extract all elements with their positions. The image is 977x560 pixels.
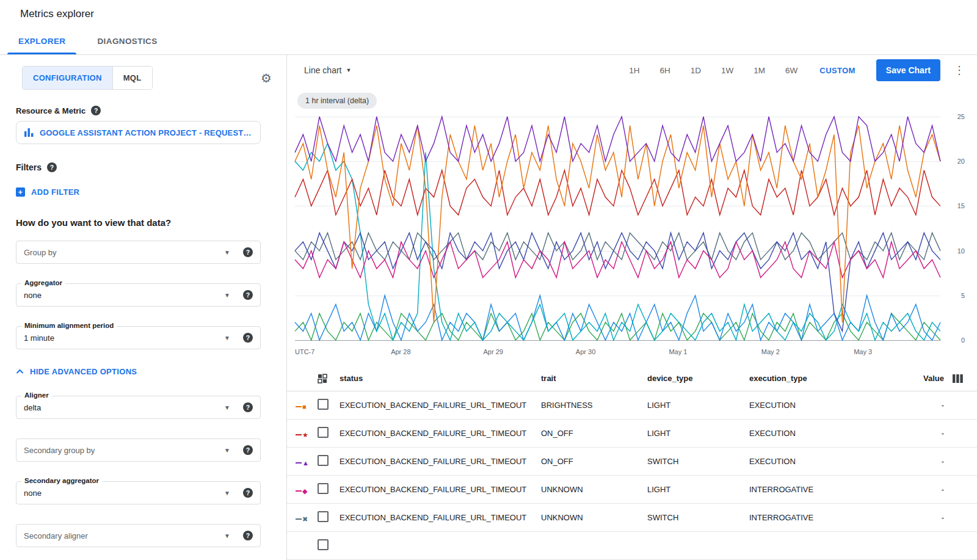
- row-execution-type: INTERROGATIVE: [749, 513, 901, 522]
- hide-advanced-options-toggle[interactable]: HIDE ADVANCED OPTIONS: [16, 367, 271, 376]
- row-value: -: [901, 401, 945, 410]
- help-icon[interactable]: ?: [243, 247, 253, 257]
- chevron-up-icon: [16, 369, 24, 374]
- help-icon[interactable]: ?: [243, 445, 253, 455]
- help-icon[interactable]: ?: [243, 333, 253, 343]
- add-filter-button[interactable]: + ADD FILTER: [16, 187, 271, 197]
- row-device-type: LIGHT: [647, 429, 749, 438]
- chevron-down-icon: ▼: [224, 249, 230, 256]
- row-device-type: SWITCH: [647, 513, 749, 522]
- mql-mode-button[interactable]: MQL: [112, 67, 152, 89]
- row-device-type: LIGHT: [647, 485, 749, 494]
- y-axis-labels: 0510152025: [946, 117, 965, 340]
- series-table: status trait device_type execution_type …: [287, 366, 977, 560]
- chevron-down-icon: ▼: [224, 447, 230, 454]
- table-row-partial: [287, 532, 977, 560]
- time-range-1m[interactable]: 1M: [754, 66, 765, 75]
- help-icon[interactable]: ?: [243, 531, 253, 540]
- row-checkbox[interactable]: [318, 511, 329, 522]
- row-execution-type: EXECUTION: [749, 429, 901, 438]
- row-execution-type: INTERROGATIVE: [749, 485, 901, 494]
- table-row: ■ EXECUTION_BACKEND_FAILURE_URL_TIMEOUT …: [287, 391, 977, 420]
- table-row: ✖ EXECUTION_BACKEND_FAILURE_URL_TIMEOUT …: [287, 504, 977, 532]
- aligner-select[interactable]: delta ▼ ?: [16, 396, 261, 419]
- header-execution-type: execution_type: [749, 374, 901, 383]
- row-trait: ON_OFF: [541, 457, 647, 466]
- settings-gear-icon[interactable]: ⚙: [261, 71, 272, 85]
- tab-diagnostics[interactable]: DIAGNOSTICS: [81, 28, 173, 54]
- time-range-6h[interactable]: 6H: [660, 66, 670, 75]
- main-tabs: EXPLORER DIAGNOSTICS: [0, 28, 977, 55]
- table-row: ▲ EXECUTION_BACKEND_FAILURE_URL_TIMEOUT …: [287, 448, 977, 476]
- secondary-group-by-field: Secondary group by ▼ ?: [16, 438, 271, 462]
- table-row: ◆ EXECUTION_BACKEND_FAILURE_URL_TIMEOUT …: [287, 476, 977, 504]
- table-header: status trait device_type execution_type …: [287, 366, 977, 391]
- row-status: EXECUTION_BACKEND_FAILURE_URL_TIMEOUT: [340, 513, 541, 522]
- series-marker-square-icon: ■: [296, 404, 307, 410]
- row-value: -: [901, 457, 945, 466]
- header-status: status: [340, 374, 541, 383]
- chart-series-lines: [295, 117, 940, 340]
- row-status: EXECUTION_BACKEND_FAILURE_URL_TIMEOUT: [340, 457, 541, 466]
- chevron-down-icon: ▼: [224, 533, 230, 539]
- row-status: EXECUTION_BACKEND_FAILURE_URL_TIMEOUT: [340, 401, 541, 410]
- row-checkbox[interactable]: [318, 427, 329, 438]
- secondary-group-by-select[interactable]: Secondary group by ▼ ?: [16, 438, 261, 462]
- row-trait: BRIGHTNESS: [541, 401, 647, 410]
- configuration-mode-button[interactable]: CONFIGURATION: [23, 67, 112, 89]
- row-trait: ON_OFF: [541, 429, 647, 438]
- row-checkbox[interactable]: [318, 483, 329, 494]
- x-axis-labels: UTC-7Apr 28Apr 29Apr 30May 1May 2May 3: [295, 344, 940, 356]
- row-trait: UNKNOWN: [541, 485, 647, 494]
- chart-type-select[interactable]: Line chart ▼: [304, 65, 351, 75]
- filters-label: Filters: [16, 162, 42, 172]
- help-icon[interactable]: ?: [243, 402, 253, 412]
- row-value: -: [901, 485, 945, 494]
- row-checkbox[interactable]: [318, 399, 329, 410]
- help-icon[interactable]: ?: [91, 106, 101, 115]
- header-device-type: device_type: [647, 374, 749, 383]
- help-icon[interactable]: ?: [47, 162, 57, 172]
- row-status: EXECUTION_BACKEND_FAILURE_URL_TIMEOUT: [340, 485, 541, 494]
- time-range-6w[interactable]: 6W: [785, 66, 797, 75]
- chart-panel: Line chart ▼ 1H 6H 1D 1W 1M 6W CUSTOM Sa…: [287, 55, 977, 560]
- add-icon: +: [16, 187, 25, 197]
- row-device-type: SWITCH: [647, 457, 749, 466]
- row-execution-type: EXECUTION: [749, 457, 901, 466]
- time-range-1h[interactable]: 1H: [629, 66, 639, 75]
- group-by-field: Group by ▼ ?: [16, 241, 271, 264]
- row-checkbox[interactable]: [318, 455, 329, 466]
- column-options-icon[interactable]: [945, 374, 977, 383]
- selected-metric-button[interactable]: GOOGLE ASSISTANT ACTION PROJECT - REQUES…: [16, 121, 261, 144]
- chevron-down-icon: ▼: [224, 404, 230, 411]
- header-trait: trait: [541, 374, 647, 383]
- row-device-type: LIGHT: [647, 401, 749, 410]
- secondary-aligner-field: Secondary aligner ▼ ?: [16, 524, 271, 547]
- more-options-icon[interactable]: ⋮: [951, 64, 967, 77]
- table-row: ★ EXECUTION_BACKEND_FAILURE_URL_TIMEOUT …: [287, 420, 977, 448]
- save-chart-button[interactable]: Save Chart: [876, 59, 940, 81]
- row-value: -: [901, 429, 945, 438]
- help-icon[interactable]: ?: [243, 488, 253, 498]
- custom-range-button[interactable]: CUSTOM: [819, 66, 855, 75]
- chevron-down-icon: ▼: [224, 292, 230, 299]
- time-range-1d[interactable]: 1D: [691, 66, 701, 75]
- chart-toolbar: Line chart ▼ 1H 6H 1D 1W 1M 6W CUSTOM Sa…: [287, 55, 977, 85]
- row-checkbox[interactable]: [318, 539, 329, 550]
- row-execution-type: EXECUTION: [749, 401, 901, 410]
- group-by-select[interactable]: Group by ▼ ?: [16, 241, 261, 264]
- secondary-aggregator-field: Secondary aggregator none ▼ ?: [16, 481, 271, 504]
- legend-toggle-icon[interactable]: [318, 374, 340, 384]
- aggregator-field: Aggregator none ▼ ?: [16, 283, 271, 307]
- secondary-aligner-select[interactable]: Secondary aligner ▼ ?: [16, 524, 261, 547]
- series-marker-x-icon: ✖: [296, 516, 308, 523]
- help-icon[interactable]: ?: [243, 290, 253, 300]
- page-title: Metrics explorer: [20, 8, 94, 20]
- tab-explorer[interactable]: EXPLORER: [2, 28, 81, 54]
- min-alignment-field: Minimum alignment period 1 minute ▼ ?: [16, 326, 271, 349]
- resource-metric-label: Resource & Metric: [16, 106, 85, 115]
- time-range-1w[interactable]: 1W: [721, 66, 733, 75]
- row-status: EXECUTION_BACKEND_FAILURE_URL_TIMEOUT: [340, 429, 541, 438]
- view-data-question: How do you want to view that data?: [16, 217, 271, 228]
- aligner-field: Aligner delta ▼ ?: [16, 396, 271, 419]
